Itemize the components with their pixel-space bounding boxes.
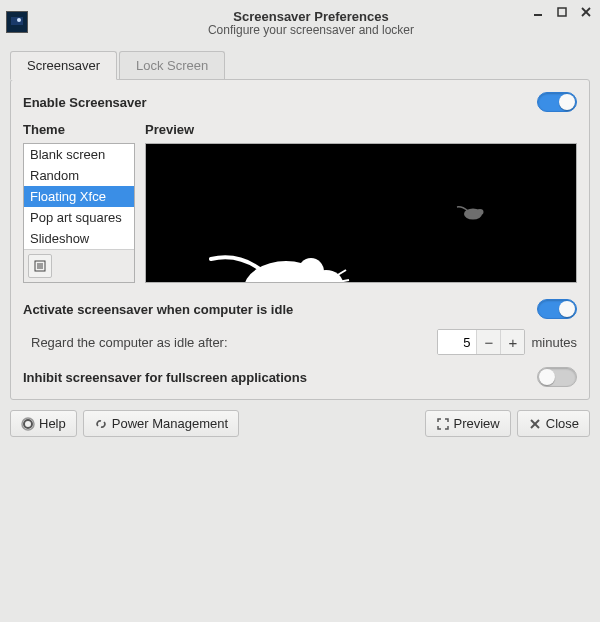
- app-icon: [6, 11, 28, 33]
- window-subtitle: Configure your screensaver and locker: [28, 23, 594, 37]
- button-label: Close: [546, 416, 579, 431]
- tab-panel: Enable Screensaver Theme Blank screen Ra…: [10, 79, 590, 400]
- activate-idle-label: Activate screensaver when computer is id…: [23, 302, 293, 317]
- svg-point-22: [24, 420, 32, 428]
- enable-screensaver-label: Enable Screensaver: [23, 95, 147, 110]
- fullscreen-icon: [436, 417, 450, 431]
- maximize-button[interactable]: [554, 4, 570, 20]
- power-management-button[interactable]: Power Management: [83, 410, 239, 437]
- enable-screensaver-toggle[interactable]: [537, 92, 577, 112]
- svg-rect-3: [558, 8, 566, 16]
- theme-list[interactable]: Blank screen Random Floating Xfce Pop ar…: [23, 143, 135, 283]
- svg-rect-0: [11, 17, 23, 25]
- theme-item[interactable]: Blank screen: [24, 144, 134, 165]
- spin-down-button[interactable]: −: [476, 330, 500, 354]
- mouse-large-icon: [206, 244, 356, 283]
- activate-idle-toggle[interactable]: [537, 299, 577, 319]
- svg-point-1: [17, 18, 21, 22]
- spin-up-button[interactable]: +: [500, 330, 524, 354]
- titlebar: Screensaver Preferences Configure your s…: [0, 0, 600, 44]
- inhibit-fullscreen-toggle[interactable]: [537, 367, 577, 387]
- close-button[interactable]: [578, 4, 594, 20]
- theme-item[interactable]: Pop art squares: [24, 207, 134, 228]
- idle-units-label: minutes: [531, 335, 577, 350]
- tab-screensaver[interactable]: Screensaver: [10, 51, 117, 80]
- window-controls: [530, 4, 594, 20]
- button-label: Power Management: [112, 416, 228, 431]
- tabs: Screensaver Lock Screen: [0, 44, 600, 79]
- preview-area: [145, 143, 577, 283]
- svg-line-13: [336, 270, 346, 276]
- idle-minutes-spinbox[interactable]: − +: [437, 329, 525, 355]
- dialog-buttons: Help Power Management Preview Close: [0, 410, 600, 447]
- minimize-button[interactable]: [530, 4, 546, 20]
- button-label: Preview: [454, 416, 500, 431]
- close-button[interactable]: Close: [517, 410, 590, 437]
- title-block: Screensaver Preferences Configure your s…: [28, 9, 594, 37]
- preview-button[interactable]: Preview: [425, 410, 511, 437]
- theme-label: Theme: [23, 122, 135, 137]
- theme-settings-button[interactable]: [28, 254, 52, 278]
- theme-item[interactable]: Slideshow: [24, 228, 134, 249]
- button-label: Help: [39, 416, 66, 431]
- close-icon: [528, 417, 542, 431]
- link-icon: [94, 417, 108, 431]
- tab-lock-screen[interactable]: Lock Screen: [119, 51, 225, 80]
- window-title: Screensaver Preferences: [28, 9, 594, 24]
- idle-minutes-input[interactable]: [438, 330, 476, 354]
- mouse-small-icon: [456, 204, 486, 222]
- theme-item[interactable]: Random: [24, 165, 134, 186]
- inhibit-fullscreen-label: Inhibit screensaver for fullscreen appli…: [23, 370, 307, 385]
- theme-item[interactable]: Floating Xfce: [24, 186, 134, 207]
- help-icon: [21, 417, 35, 431]
- svg-rect-2: [534, 14, 542, 16]
- svg-point-19: [477, 209, 484, 215]
- preview-label: Preview: [145, 122, 577, 137]
- help-button[interactable]: Help: [10, 410, 77, 437]
- list-icon: [33, 259, 47, 273]
- regard-idle-label: Regard the computer as idle after:: [31, 335, 228, 350]
